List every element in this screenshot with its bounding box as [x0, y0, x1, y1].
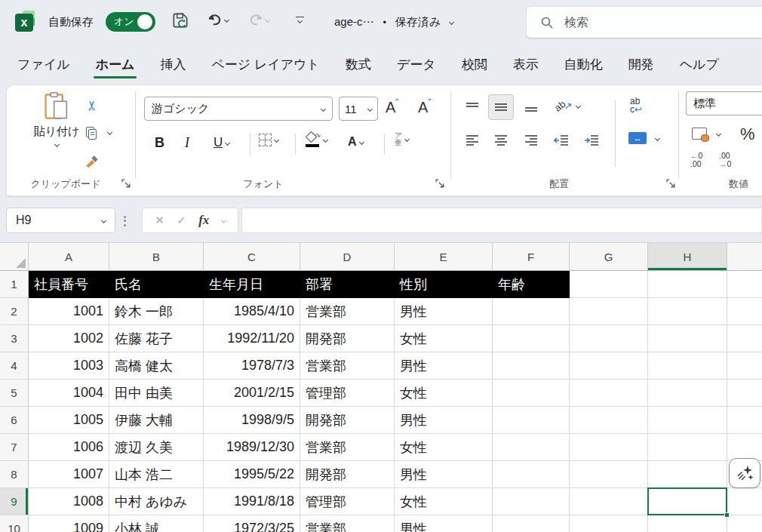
cell-H8[interactable] [648, 461, 727, 488]
cell-F1[interactable]: 年齢 [493, 271, 570, 298]
cell-D8[interactable]: 開発部 [300, 461, 395, 488]
save-button[interactable] [171, 11, 190, 30]
cell-partial-9[interactable] [727, 488, 762, 515]
cell-partial-1[interactable] [727, 271, 762, 298]
increase-font-size-button[interactable]: Aˆ [386, 99, 398, 116]
name-box[interactable]: H9 [6, 208, 115, 233]
excel-app-icon[interactable]: x [14, 11, 36, 33]
column-header-E[interactable]: E [395, 243, 493, 270]
cancel-button[interactable]: ✕ [155, 214, 164, 227]
column-header-C[interactable]: C [204, 243, 300, 270]
cell-B5[interactable]: 田中 由美 [109, 380, 204, 407]
number-format-combo[interactable]: 標準 [686, 91, 762, 115]
cell-partial-4[interactable] [727, 352, 762, 380]
cell-E6[interactable]: 男性 [395, 407, 493, 434]
row-header-5[interactable]: 5 [0, 380, 29, 407]
cell-C2[interactable]: 1985/4/10 [204, 298, 300, 325]
tab-2[interactable]: 挿入 [147, 44, 198, 85]
cell-C10[interactable]: 1972/3/25 [204, 515, 300, 532]
cell-H1[interactable] [648, 271, 727, 298]
underline-dropdown-icon[interactable] [225, 140, 230, 145]
cell-B9[interactable]: 中村 あゆみ [109, 488, 204, 515]
cell-G3[interactable] [570, 325, 648, 352]
copy-button[interactable] [81, 123, 100, 143]
cell-A7[interactable]: 1006 [29, 434, 109, 461]
row-header-6[interactable]: 6 [0, 407, 29, 434]
column-header-B[interactable]: B [109, 243, 204, 270]
title-dropdown-icon[interactable] [449, 19, 454, 24]
cell-E8[interactable]: 男性 [395, 461, 493, 488]
italic-button[interactable]: I [185, 135, 189, 151]
cell-C8[interactable]: 1995/5/22 [204, 461, 300, 488]
cell-partial-3[interactable] [727, 325, 762, 352]
align-top-button[interactable] [459, 94, 485, 120]
cell-B7[interactable]: 渡辺 久美 [109, 434, 204, 461]
cell-E4[interactable]: 男性 [395, 352, 493, 380]
align-left-button[interactable] [459, 128, 485, 153]
borders-dropdown-icon[interactable] [274, 137, 279, 143]
cell-A10[interactable]: 1009 [29, 515, 109, 532]
tab-7[interactable]: 表示 [500, 44, 552, 85]
cell-G5[interactable] [570, 380, 648, 407]
name-box-dropdown-icon[interactable] [101, 217, 106, 223]
accounting-format-button[interactable] [692, 128, 721, 140]
tab-5[interactable]: データ [384, 44, 449, 85]
column-header-D[interactable]: D [300, 243, 395, 270]
formula-input[interactable] [241, 208, 762, 233]
cell-E5[interactable]: 女性 [395, 380, 493, 407]
cell-A4[interactable]: 1003 [29, 352, 109, 380]
tab-4[interactable]: 数式 [333, 44, 384, 85]
cell-C7[interactable]: 1989/12/30 [204, 434, 300, 461]
cell-partial-2[interactable] [727, 298, 762, 325]
cell-C4[interactable]: 1978/7/3 [204, 352, 300, 380]
font-color-button[interactable]: A [348, 135, 364, 149]
insert-function-button[interactable]: fx [198, 213, 209, 228]
cell-partial-5[interactable] [727, 380, 762, 407]
enter-button[interactable]: ✓ [177, 214, 186, 227]
cell-C9[interactable]: 1991/8/18 [204, 488, 300, 515]
tab-8[interactable]: 自動化 [552, 44, 616, 85]
fx-dropdown-icon[interactable] [221, 217, 226, 223]
increase-indent-button[interactable] [579, 128, 604, 153]
cell-A2[interactable]: 1001 [29, 298, 109, 325]
cell-C1[interactable]: 生年月日 [204, 271, 300, 298]
cell-F8[interactable] [493, 461, 570, 488]
row-header-4[interactable]: 4 [0, 352, 29, 380]
align-center-button[interactable] [488, 128, 514, 153]
cell-F9[interactable] [493, 488, 570, 515]
cell-C3[interactable]: 1992/11/20 [204, 325, 300, 352]
decrease-indent-button[interactable] [548, 128, 574, 153]
cell-G9[interactable] [570, 488, 648, 515]
font-name-combo[interactable]: 游ゴシック [144, 97, 333, 121]
cell-H9[interactable] [648, 488, 727, 515]
bold-button[interactable]: B [155, 135, 164, 151]
cell-H3[interactable] [648, 325, 727, 352]
cell-E10[interactable]: 男性 [395, 515, 493, 532]
undo-button[interactable] [205, 11, 229, 29]
cell-B1[interactable]: 氏名 [109, 271, 204, 298]
row-header-9[interactable]: 9 [0, 488, 29, 515]
cell-B8[interactable]: 山本 浩二 [109, 461, 204, 488]
font-size-combo[interactable]: 11 [339, 97, 378, 121]
cell-G7[interactable] [570, 434, 648, 461]
cell-F2[interactable] [493, 298, 570, 325]
select-all-corner[interactable] [0, 243, 29, 270]
cell-H2[interactable] [648, 298, 727, 325]
font-dialog-launcher-icon[interactable] [435, 179, 446, 189]
percent-style-button[interactable]: % [740, 125, 755, 144]
cell-D4[interactable]: 営業部 [300, 352, 395, 380]
row-header-8[interactable]: 8 [0, 461, 29, 488]
cell-G6[interactable] [570, 407, 648, 434]
row-header-10[interactable]: 10 [0, 515, 29, 532]
row-header-3[interactable]: 3 [0, 325, 29, 352]
cut-button[interactable]: ✂ [82, 96, 102, 115]
column-header-G[interactable]: G [570, 243, 648, 270]
orientation-button[interactable]: ab ↗ [555, 100, 580, 112]
cell-D10[interactable]: 営業部 [300, 515, 395, 532]
tab-9[interactable]: 開発 [616, 44, 667, 85]
tab-10[interactable]: ヘルプ [667, 44, 732, 85]
align-middle-button[interactable] [488, 94, 514, 120]
cell-B3[interactable]: 佐藤 花子 [109, 325, 204, 352]
cell-D6[interactable]: 開発部 [300, 407, 395, 434]
copy-dropdown-icon[interactable] [107, 130, 112, 135]
